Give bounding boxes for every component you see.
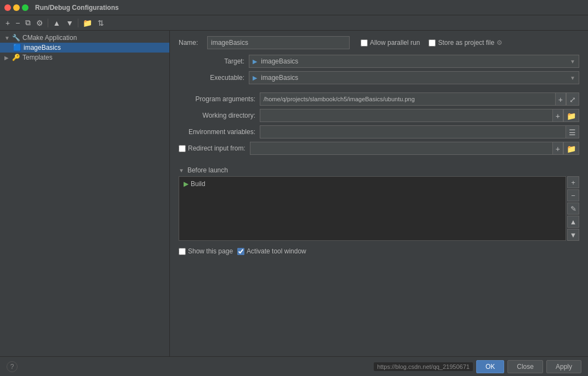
templates-item[interactable]: ▶ 🔑 Templates bbox=[0, 53, 169, 62]
cmake-item-icon: 🟦 bbox=[13, 44, 21, 51]
before-launch-remove-button[interactable]: − bbox=[567, 189, 579, 201]
allow-parallel-checkbox[interactable] bbox=[361, 39, 368, 47]
executable-dropdown-icon: ▶ bbox=[253, 74, 257, 81]
up-button[interactable]: ▲ bbox=[50, 18, 62, 28]
bottom-options: Show this page Activate tool window bbox=[179, 247, 579, 255]
dialog-action-buttons: https://blog.csdn.net/qq_21950671 OK Clo… bbox=[374, 360, 581, 373]
executable-row: Executable: ▶ imageBasics ▼ bbox=[179, 71, 579, 84]
redirect-check-group: Redirect input from: bbox=[179, 144, 246, 152]
copy-config-button[interactable]: ⧉ bbox=[23, 17, 33, 28]
bottom-bar: ? https://blog.csdn.net/qq_21950671 OK C… bbox=[0, 356, 588, 376]
cmake-app-icon: 🔧 bbox=[12, 34, 20, 42]
name-field-label: Name: bbox=[179, 39, 201, 47]
toolbar: + − ⧉ ⚙ ▲ ▼ 📁 ⇅ bbox=[0, 15, 588, 31]
templates-label: Templates bbox=[22, 54, 53, 61]
store-project-option: Store as project file ⚙ bbox=[429, 39, 503, 47]
env-vars-label: Environment variables: bbox=[179, 128, 255, 136]
store-project-checkbox[interactable] bbox=[429, 39, 436, 47]
redirect-checkbox[interactable] bbox=[179, 145, 186, 152]
toolbar-separator bbox=[48, 19, 48, 27]
help-button[interactable]: ? bbox=[7, 361, 18, 372]
program-args-label: Program arguments: bbox=[179, 95, 255, 103]
before-launch-header[interactable]: ▼ Before launch bbox=[179, 166, 579, 174]
cmake-app-group[interactable]: ▼ 🔧 CMake Application bbox=[0, 33, 169, 43]
program-args-row: Program arguments: + ⤢ bbox=[179, 92, 579, 106]
target-dropdown-arrow: ▼ bbox=[570, 59, 575, 65]
executable-dropdown-arrow: ▼ bbox=[570, 75, 575, 81]
before-launch-list: ▶ Build bbox=[179, 176, 566, 241]
target-dropdown-icon: ▶ bbox=[253, 58, 257, 65]
expand-arrow: ▼ bbox=[4, 35, 10, 41]
show-page-option: Show this page bbox=[179, 247, 233, 255]
program-args-input[interactable] bbox=[260, 92, 555, 106]
folder-button[interactable]: 📁 bbox=[81, 18, 94, 28]
before-launch-arrow-icon: ▼ bbox=[179, 167, 184, 173]
image-basics-label: imageBasics bbox=[24, 44, 61, 51]
working-dir-add-button[interactable]: + bbox=[552, 109, 563, 122]
redirect-row: Redirect input from: + 📁 bbox=[179, 141, 579, 155]
right-panel: Name: Allow parallel run Store as projec… bbox=[170, 31, 588, 356]
before-launch-down-button[interactable]: ▼ bbox=[567, 229, 579, 241]
target-dropdown[interactable]: ▶ imageBasics ▼ bbox=[249, 55, 579, 68]
redirect-add-button[interactable]: + bbox=[552, 142, 563, 155]
working-dir-label: Working directory: bbox=[179, 112, 255, 119]
before-launch-title: Before launch bbox=[187, 166, 228, 174]
window-title: Run/Debug Configurations bbox=[35, 4, 119, 11]
before-launch-action-buttons: + − ✎ ▲ ▼ bbox=[567, 176, 579, 241]
window-controls[interactable] bbox=[4, 4, 28, 11]
show-page-label: Show this page bbox=[188, 247, 233, 255]
minimize-window-button[interactable] bbox=[13, 4, 20, 11]
settings-button[interactable]: ⚙ bbox=[34, 18, 45, 28]
store-project-gear-icon[interactable]: ⚙ bbox=[496, 39, 503, 47]
activate-tool-checkbox[interactable] bbox=[237, 248, 244, 255]
env-vars-edit-button[interactable]: ☰ bbox=[566, 125, 579, 138]
executable-dropdown-value: imageBasics bbox=[261, 74, 298, 82]
target-label: Target: bbox=[179, 57, 244, 65]
before-launch-section: ▼ Before launch ▶ Build + − ✎ ▲ ▼ bbox=[179, 166, 579, 241]
remove-config-button[interactable]: − bbox=[13, 18, 22, 28]
build-item-label: Build bbox=[191, 180, 205, 188]
add-config-button[interactable]: + bbox=[3, 18, 12, 28]
build-list-item[interactable]: ▶ Build bbox=[181, 179, 563, 189]
templates-arrow: ▶ bbox=[4, 55, 10, 61]
redirect-label: Redirect input from: bbox=[188, 144, 246, 152]
working-dir-browse-button[interactable]: 📁 bbox=[563, 109, 579, 122]
working-dir-row: Working directory: + 📁 bbox=[179, 108, 579, 123]
env-vars-input-group: ☰ bbox=[260, 125, 579, 138]
build-icon: ▶ bbox=[184, 180, 189, 188]
ok-button[interactable]: OK bbox=[476, 360, 504, 373]
title-bar: Run/Debug Configurations bbox=[0, 0, 588, 15]
name-input[interactable] bbox=[207, 36, 350, 49]
program-args-input-group: + ⤢ bbox=[260, 92, 579, 106]
toolbar-separator2 bbox=[78, 19, 78, 27]
before-launch-up-button[interactable]: ▲ bbox=[567, 216, 579, 228]
close-button[interactable]: Close bbox=[507, 360, 543, 373]
cmake-app-label: CMake Application bbox=[22, 34, 77, 42]
before-launch-add-button[interactable]: + bbox=[567, 176, 579, 188]
close-window-button[interactable] bbox=[4, 4, 11, 11]
working-dir-input-group: + 📁 bbox=[260, 109, 579, 122]
sort-button[interactable]: ⇅ bbox=[95, 18, 106, 28]
allow-parallel-option: Allow parallel run bbox=[361, 39, 420, 47]
show-page-checkbox[interactable] bbox=[179, 248, 186, 255]
name-row: Name: Allow parallel run Store as projec… bbox=[179, 36, 579, 49]
env-vars-row: Environment variables: ☰ bbox=[179, 125, 579, 139]
image-basics-item[interactable]: 🟦 imageBasics bbox=[0, 43, 169, 53]
executable-dropdown[interactable]: ▶ imageBasics ▼ bbox=[249, 71, 579, 84]
target-dropdown-value: imageBasics bbox=[261, 57, 298, 65]
redirect-browse-button[interactable]: 📁 bbox=[563, 142, 579, 155]
url-display: https://blog.csdn.net/qq_21950671 bbox=[374, 362, 473, 371]
maximize-window-button[interactable] bbox=[22, 4, 28, 11]
left-panel: ▼ 🔧 CMake Application 🟦 imageBasics ▶ 🔑 … bbox=[0, 31, 170, 356]
apply-button[interactable]: Apply bbox=[546, 360, 581, 373]
down-button[interactable]: ▼ bbox=[64, 18, 76, 28]
redirect-input[interactable] bbox=[250, 142, 552, 155]
target-row: Target: ▶ imageBasics ▼ bbox=[179, 55, 579, 68]
working-dir-input[interactable] bbox=[260, 109, 552, 122]
before-launch-edit-button[interactable]: ✎ bbox=[567, 203, 579, 215]
program-args-expand-button[interactable]: + bbox=[555, 92, 566, 106]
before-launch-content: ▶ Build + − ✎ ▲ ▼ bbox=[179, 176, 579, 241]
env-vars-input[interactable] bbox=[260, 125, 566, 138]
program-args-fullscreen-button[interactable]: ⤢ bbox=[566, 92, 579, 106]
executable-label: Executable: bbox=[179, 74, 244, 82]
